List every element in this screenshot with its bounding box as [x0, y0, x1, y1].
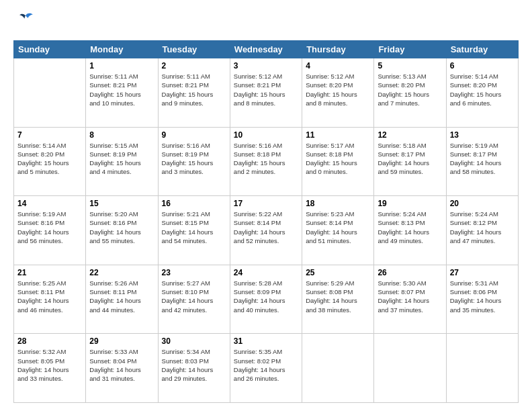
day-info: Sunrise: 5:24 AM Sunset: 8:13 PM Dayligh… — [378, 210, 442, 245]
logo — [13, 11, 40, 35]
header — [13, 11, 519, 35]
day-cell-7: 7Sunrise: 5:14 AM Sunset: 8:20 PM Daylig… — [14, 127, 86, 196]
day-number: 29 — [89, 336, 154, 346]
weekday-header-wednesday: Wednesday — [230, 41, 302, 58]
calendar-table: SundayMondayTuesdayWednesdayThursdayFrid… — [13, 40, 519, 403]
day-cell-8: 8Sunrise: 5:15 AM Sunset: 8:19 PM Daylig… — [86, 127, 158, 196]
day-cell-30: 30Sunrise: 5:34 AM Sunset: 8:03 PM Dayli… — [158, 334, 230, 403]
day-number: 23 — [162, 268, 226, 277]
page: SundayMondayTuesdayWednesdayThursdayFrid… — [0, 0, 532, 411]
week-row-3: 14Sunrise: 5:19 AM Sunset: 8:16 PM Dayli… — [14, 196, 519, 265]
day-number: 9 — [162, 130, 226, 140]
weekday-header-sunday: Sunday — [14, 41, 86, 58]
day-info: Sunrise: 5:12 AM Sunset: 8:21 PM Dayligh… — [234, 72, 298, 107]
empty-cell — [446, 334, 518, 403]
day-cell-13: 13Sunrise: 5:19 AM Sunset: 8:17 PM Dayli… — [446, 127, 518, 196]
day-info: Sunrise: 5:14 AM Sunset: 8:20 PM Dayligh… — [17, 141, 82, 177]
day-number: 10 — [234, 130, 298, 140]
day-info: Sunrise: 5:28 AM Sunset: 8:09 PM Dayligh… — [234, 279, 298, 314]
day-number: 8 — [89, 130, 154, 140]
day-number: 25 — [306, 268, 370, 277]
day-number: 17 — [234, 199, 298, 208]
day-cell-10: 10Sunrise: 5:16 AM Sunset: 8:18 PM Dayli… — [230, 127, 302, 196]
weekday-header-saturday: Saturday — [446, 41, 518, 58]
weekday-header-monday: Monday — [86, 41, 158, 58]
empty-cell — [374, 334, 446, 403]
weekday-header-row: SundayMondayTuesdayWednesdayThursdayFrid… — [14, 41, 519, 58]
day-info: Sunrise: 5:33 AM Sunset: 8:04 PM Dayligh… — [89, 347, 154, 383]
day-info: Sunrise: 5:14 AM Sunset: 8:20 PM Dayligh… — [450, 72, 515, 107]
day-number: 12 — [378, 130, 442, 140]
day-info: Sunrise: 5:25 AM Sunset: 8:11 PM Dayligh… — [17, 279, 82, 314]
day-number: 4 — [306, 61, 370, 71]
day-info: Sunrise: 5:32 AM Sunset: 8:05 PM Dayligh… — [17, 347, 82, 383]
day-cell-9: 9Sunrise: 5:16 AM Sunset: 8:19 PM Daylig… — [158, 127, 230, 196]
day-cell-11: 11Sunrise: 5:17 AM Sunset: 8:18 PM Dayli… — [302, 127, 374, 196]
empty-cell — [302, 334, 374, 403]
day-info: Sunrise: 5:24 AM Sunset: 8:12 PM Dayligh… — [450, 210, 515, 245]
day-cell-6: 6Sunrise: 5:14 AM Sunset: 8:20 PM Daylig… — [446, 58, 518, 128]
day-cell-26: 26Sunrise: 5:30 AM Sunset: 8:07 PM Dayli… — [374, 265, 446, 334]
day-cell-3: 3Sunrise: 5:12 AM Sunset: 8:21 PM Daylig… — [230, 58, 302, 128]
day-cell-18: 18Sunrise: 5:23 AM Sunset: 8:14 PM Dayli… — [302, 196, 374, 265]
day-cell-25: 25Sunrise: 5:29 AM Sunset: 8:08 PM Dayli… — [302, 265, 374, 334]
weekday-header-tuesday: Tuesday — [158, 41, 230, 58]
day-info: Sunrise: 5:11 AM Sunset: 8:21 PM Dayligh… — [89, 72, 154, 107]
day-info: Sunrise: 5:29 AM Sunset: 8:08 PM Dayligh… — [306, 279, 370, 314]
day-cell-2: 2Sunrise: 5:11 AM Sunset: 8:21 PM Daylig… — [158, 58, 230, 128]
day-number: 2 — [162, 61, 226, 71]
day-number: 27 — [450, 268, 515, 277]
day-cell-23: 23Sunrise: 5:27 AM Sunset: 8:10 PM Dayli… — [158, 265, 230, 334]
day-number: 16 — [162, 199, 226, 208]
day-cell-1: 1Sunrise: 5:11 AM Sunset: 8:21 PM Daylig… — [86, 58, 158, 128]
day-number: 26 — [378, 268, 442, 277]
day-number: 7 — [17, 130, 82, 140]
day-number: 31 — [234, 336, 298, 346]
day-info: Sunrise: 5:35 AM Sunset: 8:02 PM Dayligh… — [234, 347, 298, 383]
day-number: 3 — [234, 61, 298, 71]
day-info: Sunrise: 5:17 AM Sunset: 8:18 PM Dayligh… — [306, 141, 370, 177]
day-number: 13 — [450, 130, 515, 140]
week-row-4: 21Sunrise: 5:25 AM Sunset: 8:11 PM Dayli… — [14, 265, 519, 334]
day-info: Sunrise: 5:19 AM Sunset: 8:16 PM Dayligh… — [17, 210, 82, 245]
day-number: 6 — [450, 61, 515, 71]
day-info: Sunrise: 5:12 AM Sunset: 8:20 PM Dayligh… — [306, 72, 370, 107]
day-info: Sunrise: 5:31 AM Sunset: 8:06 PM Dayligh… — [450, 279, 515, 314]
day-number: 15 — [89, 199, 154, 208]
day-cell-12: 12Sunrise: 5:18 AM Sunset: 8:17 PM Dayli… — [374, 127, 446, 196]
day-cell-22: 22Sunrise: 5:26 AM Sunset: 8:11 PM Dayli… — [86, 265, 158, 334]
day-info: Sunrise: 5:21 AM Sunset: 8:15 PM Dayligh… — [162, 210, 226, 245]
day-number: 20 — [450, 199, 515, 208]
weekday-header-thursday: Thursday — [302, 41, 374, 58]
day-number: 30 — [162, 336, 226, 346]
day-info: Sunrise: 5:19 AM Sunset: 8:17 PM Dayligh… — [450, 141, 515, 177]
week-row-1: 1Sunrise: 5:11 AM Sunset: 8:21 PM Daylig… — [14, 58, 519, 128]
day-info: Sunrise: 5:15 AM Sunset: 8:19 PM Dayligh… — [89, 141, 154, 177]
day-info: Sunrise: 5:20 AM Sunset: 8:16 PM Dayligh… — [89, 210, 154, 245]
day-info: Sunrise: 5:11 AM Sunset: 8:21 PM Dayligh… — [162, 72, 226, 107]
empty-cell — [14, 58, 86, 128]
week-row-2: 7Sunrise: 5:14 AM Sunset: 8:20 PM Daylig… — [14, 127, 519, 196]
day-cell-21: 21Sunrise: 5:25 AM Sunset: 8:11 PM Dayli… — [14, 265, 86, 334]
day-cell-16: 16Sunrise: 5:21 AM Sunset: 8:15 PM Dayli… — [158, 196, 230, 265]
day-number: 24 — [234, 268, 298, 277]
day-cell-29: 29Sunrise: 5:33 AM Sunset: 8:04 PM Dayli… — [86, 334, 158, 403]
day-cell-27: 27Sunrise: 5:31 AM Sunset: 8:06 PM Dayli… — [446, 265, 518, 334]
day-number: 14 — [17, 199, 82, 208]
day-info: Sunrise: 5:27 AM Sunset: 8:10 PM Dayligh… — [162, 279, 226, 314]
day-info: Sunrise: 5:34 AM Sunset: 8:03 PM Dayligh… — [162, 347, 226, 383]
day-cell-20: 20Sunrise: 5:24 AM Sunset: 8:12 PM Dayli… — [446, 196, 518, 265]
logo-icon — [13, 11, 38, 35]
day-info: Sunrise: 5:16 AM Sunset: 8:19 PM Dayligh… — [162, 141, 226, 177]
day-number: 21 — [17, 268, 82, 277]
day-number: 28 — [17, 336, 82, 346]
day-number: 18 — [306, 199, 370, 208]
day-cell-24: 24Sunrise: 5:28 AM Sunset: 8:09 PM Dayli… — [230, 265, 302, 334]
day-number: 1 — [89, 61, 154, 71]
day-cell-31: 31Sunrise: 5:35 AM Sunset: 8:02 PM Dayli… — [230, 334, 302, 403]
day-info: Sunrise: 5:26 AM Sunset: 8:11 PM Dayligh… — [89, 279, 154, 314]
day-number: 11 — [306, 130, 370, 140]
day-cell-15: 15Sunrise: 5:20 AM Sunset: 8:16 PM Dayli… — [86, 196, 158, 265]
day-info: Sunrise: 5:13 AM Sunset: 8:20 PM Dayligh… — [378, 72, 442, 107]
day-info: Sunrise: 5:16 AM Sunset: 8:18 PM Dayligh… — [234, 141, 298, 177]
